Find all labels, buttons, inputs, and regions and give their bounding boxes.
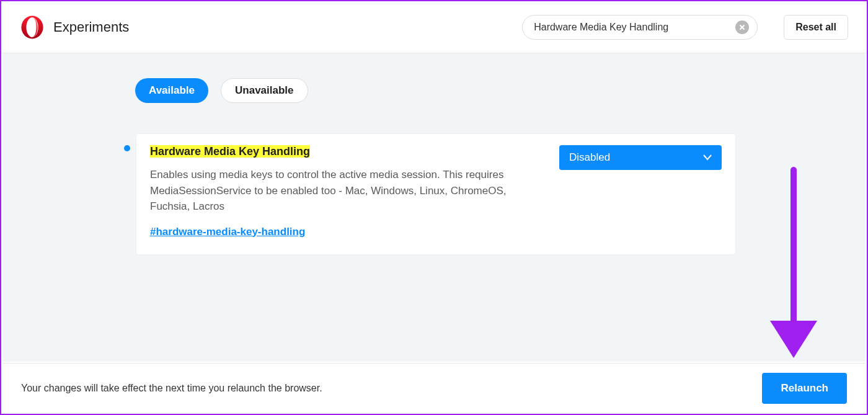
search-wrap [522,15,758,40]
opera-logo-icon [20,15,45,40]
footer-message: Your changes will take effect the next t… [21,383,322,394]
flag-card: Hardware Media Key Handling Enables usin… [136,134,735,254]
footer-bar: Your changes will take effect the next t… [2,363,866,413]
flag-row: Hardware Media Key Handling Enables usin… [2,103,866,254]
flag-state-value: Disabled [569,151,610,164]
tab-strip: Available Unavailable [2,53,866,103]
relaunch-button[interactable]: Relaunch [762,373,847,404]
content-area: Available Unavailable Hardware Media Key… [2,53,866,362]
flag-state-dropdown[interactable]: Disabled [559,145,722,170]
tab-available[interactable]: Available [135,78,208,103]
modified-indicator-icon [124,145,130,151]
logo-title-group: Experiments [20,15,129,40]
flag-hash-link[interactable]: #hardware-media-key-handling [150,226,305,238]
flag-info: Hardware Media Key Handling Enables usin… [150,145,541,238]
clear-search-icon[interactable] [735,20,749,34]
tab-unavailable[interactable]: Unavailable [221,78,308,103]
header-bar: Experiments Reset all [1,1,867,53]
reset-all-button[interactable]: Reset all [784,15,848,40]
chevron-down-icon [703,154,712,161]
flag-description: Enables using media keys to control the … [150,167,541,215]
page-title: Experiments [53,19,129,35]
experiments-page: Experiments Reset all Available Unavaila… [0,0,868,415]
search-input[interactable] [522,15,758,40]
flag-title: Hardware Media Key Handling [150,145,310,158]
